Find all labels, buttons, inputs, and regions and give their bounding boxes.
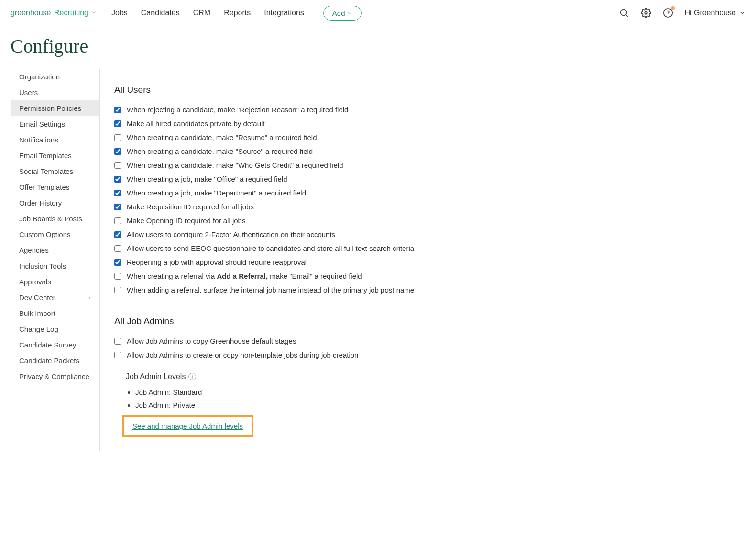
policy-label[interactable]: Make Requisition ID required for all job… <box>127 203 254 211</box>
policy-checkbox[interactable] <box>114 190 121 196</box>
sidebar-item-candidate-survey[interactable]: Candidate Survey <box>11 337 99 353</box>
nav-jobs[interactable]: Jobs <box>111 9 128 17</box>
sidebar-item-email-settings[interactable]: Email Settings <box>11 116 99 132</box>
policy-label[interactable]: When rejecting a candidate, make "Reject… <box>127 106 348 114</box>
policy-checkbox[interactable] <box>114 148 121 155</box>
sidebar-item-offer-templates[interactable]: Offer Templates <box>11 179 99 195</box>
admin-policy-checkbox[interactable] <box>114 352 121 358</box>
policy-checkbox[interactable] <box>114 287 121 293</box>
admin-policy-label[interactable]: Allow Job Admins to copy Greenhouse defa… <box>127 337 296 345</box>
policy-checkbox[interactable] <box>114 259 121 266</box>
policy-label[interactable]: When creating a referral via Add a Refer… <box>127 272 362 280</box>
sidebar-item-job-boards-posts[interactable]: Job Boards & Posts <box>11 211 99 227</box>
policy-checkbox[interactable] <box>114 107 121 113</box>
policy-row: When creating a candidate, make "Who Get… <box>114 158 731 172</box>
sidebar-item-label: Users <box>19 88 38 97</box>
nav-integrations[interactable]: Integrations <box>264 9 304 17</box>
sidebar-item-notifications[interactable]: Notifications <box>11 132 99 148</box>
sidebar-item-bulk-import[interactable]: Bulk Import <box>11 305 99 321</box>
admin-policy-row: Allow Job Admins to create or copy non-t… <box>114 348 731 362</box>
user-menu[interactable]: Hi Greenhouse <box>684 9 745 17</box>
policy-label[interactable]: When creating a job, make "Department" a… <box>127 189 306 197</box>
policy-checkbox[interactable] <box>114 204 121 210</box>
policy-checkbox[interactable] <box>114 176 121 183</box>
sidebar-item-label: Candidate Survey <box>19 341 76 349</box>
sidebar-item-users[interactable]: Users <box>11 85 99 100</box>
sidebar-item-label: Email Templates <box>19 152 72 160</box>
policy-checkbox[interactable] <box>114 231 121 238</box>
policy-label[interactable]: Make Opening ID required for all jobs <box>127 217 245 225</box>
sidebar-item-label: Email Settings <box>19 120 65 128</box>
sidebar-item-approvals[interactable]: Approvals <box>11 274 99 290</box>
logo[interactable]: greenhouse Recruiting <box>11 9 97 17</box>
help-icon[interactable] <box>662 7 674 19</box>
chevron-down-icon <box>739 10 745 16</box>
main-nav: Jobs Candidates CRM Reports Integrations <box>111 9 304 17</box>
chevron-down-icon <box>91 9 97 17</box>
policy-checkbox[interactable] <box>114 162 121 169</box>
sidebar-item-social-templates[interactable]: Social Templates <box>11 163 99 179</box>
content-panel: All Users When rejecting a candidate, ma… <box>99 69 745 451</box>
sidebar-item-permission-policies[interactable]: Permission Policies <box>11 100 99 116</box>
admin-policy-label[interactable]: Allow Job Admins to create or copy non-t… <box>127 351 358 359</box>
sidebar-item-label: Privacy & Compliance <box>19 372 89 380</box>
sidebar-item-change-log[interactable]: Change Log <box>11 321 99 337</box>
policy-checkbox[interactable] <box>114 120 121 127</box>
policy-label[interactable]: Allow users to send EEOC questionnaire t… <box>127 244 414 252</box>
policy-label[interactable]: Allow users to configure 2-Factor Authen… <box>127 230 335 238</box>
policy-label[interactable]: When creating a candidate, make "Resume"… <box>127 133 317 141</box>
sidebar-item-label: Job Boards & Posts <box>19 215 82 223</box>
nav-reports[interactable]: Reports <box>224 9 251 17</box>
policy-row: When creating a referral via Add a Refer… <box>114 269 731 283</box>
policy-checkbox[interactable] <box>114 217 121 224</box>
policy-checkbox[interactable] <box>114 134 121 141</box>
sidebar-item-label: Change Log <box>19 325 58 333</box>
main-layout: OrganizationUsersPermission PoliciesEmai… <box>0 69 756 451</box>
section-title-all-users: All Users <box>114 85 731 95</box>
add-button[interactable]: Add <box>323 6 362 21</box>
job-admin-levels-section: Job Admin Levels i Job Admin: StandardJo… <box>126 372 731 437</box>
user-greeting: Hi Greenhouse <box>684 9 736 17</box>
policy-row: When adding a referral, surface the inte… <box>114 283 731 297</box>
policy-checkbox[interactable] <box>114 273 121 280</box>
sidebar: OrganizationUsersPermission PoliciesEmai… <box>11 69 99 451</box>
sidebar-item-inclusion-tools[interactable]: Inclusion Tools <box>11 258 99 274</box>
logo-product: Recruiting <box>54 9 88 17</box>
sidebar-item-email-templates[interactable]: Email Templates <box>11 148 99 163</box>
svg-line-1 <box>626 15 628 17</box>
job-admin-levels-label: Job Admin Levels <box>126 372 186 381</box>
chevron-down-icon <box>347 11 352 16</box>
admin-policy-checkbox[interactable] <box>114 338 121 345</box>
policy-row: When creating a candidate, make "Source"… <box>114 144 731 158</box>
sidebar-item-label: Social Templates <box>19 167 73 175</box>
sidebar-item-label: Dev Center <box>19 293 55 302</box>
sidebar-item-custom-options[interactable]: Custom Options <box>11 227 99 242</box>
policy-row: Make Opening ID required for all jobs <box>114 214 731 228</box>
sidebar-item-label: Offer Templates <box>19 183 69 191</box>
sidebar-item-candidate-packets[interactable]: Candidate Packets <box>11 353 99 369</box>
section-title-all-job-admins: All Job Admins <box>114 316 731 326</box>
search-icon[interactable] <box>618 7 630 19</box>
nav-candidates[interactable]: Candidates <box>141 9 180 17</box>
policy-row: Reopening a job with approval should req… <box>114 255 731 269</box>
sidebar-item-privacy-compliance[interactable]: Privacy & Compliance <box>11 369 99 384</box>
policy-label[interactable]: Make all hired candidates private by def… <box>127 119 265 128</box>
sidebar-item-label: Order History <box>19 199 62 207</box>
manage-levels-highlight: See and manage Job Admin levels <box>122 415 253 437</box>
policy-label[interactable]: When creating a candidate, make "Source"… <box>127 147 313 155</box>
sidebar-item-organization[interactable]: Organization <box>11 69 99 85</box>
policy-checkbox[interactable] <box>114 245 121 252</box>
sidebar-item-label: Organization <box>19 73 60 81</box>
sidebar-item-dev-center[interactable]: Dev Center› <box>11 290 99 305</box>
sidebar-item-label: Custom Options <box>19 230 71 238</box>
policy-label[interactable]: When adding a referral, surface the inte… <box>127 286 414 294</box>
info-icon[interactable]: i <box>188 373 196 380</box>
policy-label[interactable]: When creating a job, make "Office" a req… <box>127 175 287 183</box>
sidebar-item-order-history[interactable]: Order History <box>11 195 99 211</box>
manage-job-admin-levels-link[interactable]: See and manage Job Admin levels <box>132 422 243 430</box>
nav-crm[interactable]: CRM <box>193 9 210 17</box>
gear-icon[interactable] <box>640 7 652 19</box>
policy-label[interactable]: When creating a candidate, make "Who Get… <box>127 161 343 169</box>
policy-label[interactable]: Reopening a job with approval should req… <box>127 258 307 266</box>
sidebar-item-agencies[interactable]: Agencies <box>11 242 99 258</box>
